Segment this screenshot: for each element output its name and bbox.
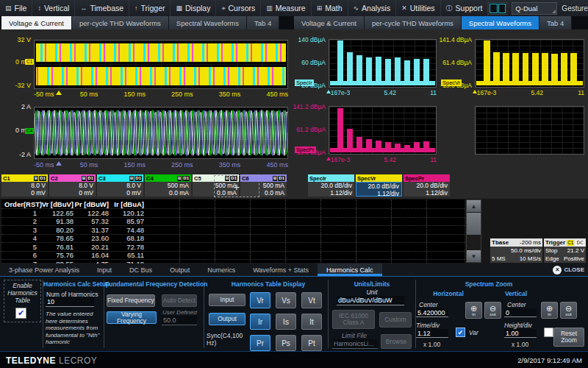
channel-marker-c4[interactable]: C4 — [25, 128, 34, 134]
num-harmonics-field[interactable]: 10 — [46, 297, 94, 307]
menu-item-measure[interactable]: ▥Measure — [261, 0, 311, 16]
spec-box-specvr[interactable]: SpecVr20.0 dB/div1.12/div — [356, 174, 402, 197]
dialog-tab-harmonics-calc[interactable]: Harmonics Calc — [318, 263, 382, 276]
display-button-vt[interactable]: Vt — [301, 292, 322, 308]
custom-button[interactable]: Custom — [379, 312, 412, 328]
table-scrollbar[interactable]: ▲ ▼ — [466, 199, 481, 263]
voltage-waveform-grid[interactable] — [34, 40, 288, 89]
dialog-tab-dc-bus[interactable]: DC Bus — [121, 263, 161, 276]
channel-box-c4[interactable]: C4BD1500 mA0.0 mA — [145, 174, 191, 197]
iec-class-a-button[interactable]: IEC 61000 Class A — [332, 310, 375, 329]
h-center-field[interactable]: 5.420000 — [416, 308, 448, 317]
tab-tab-4[interactable]: Tab 4 — [247, 16, 279, 29]
v-scale-field[interactable]: 1.00 — [504, 329, 537, 338]
dialog-close-button[interactable]: ✕CLOSE — [553, 263, 588, 276]
dialog-tab-numerics[interactable]: Numerics — [198, 263, 244, 276]
v-zoom-out-button[interactable]: ⊖ out — [560, 302, 577, 319]
menu-item-analysis[interactable]: ∿Analysis — [348, 0, 397, 16]
trigger-coupling-badge: DC — [576, 240, 584, 246]
channel-box-c1[interactable]: C1BD18.0 V0 mV — [1, 174, 48, 197]
wf1-trigger-marker[interactable] — [56, 91, 62, 95]
grid-mode-select[interactable]: Q-Dual — [512, 2, 557, 15]
specpr-spectrum-grid[interactable] — [329, 106, 437, 155]
menu-item-math[interactable]: ⊞Math — [312, 0, 348, 16]
display-button-it[interactable]: It — [301, 314, 322, 330]
display-button-vr[interactable]: Vr — [250, 292, 270, 308]
tab-per-cycle-thd-waveforms[interactable]: per-cycle THD Waveforms — [72, 16, 169, 29]
display-button-pt[interactable]: Pt — [301, 335, 322, 351]
reset-zoom-button[interactable]: Reset Zoom — [553, 328, 584, 347]
wf2-trigger-marker[interactable] — [56, 161, 62, 166]
trigger-box[interactable]: Trigger C1 DC Stop 21.2 V Edge Positive — [544, 238, 586, 263]
specvr-badge[interactable]: SpecVr — [441, 79, 462, 86]
varying-frequency-button[interactable]: Varying Frequency — [107, 311, 157, 324]
h-zoom-in-button[interactable]: ⊕ in — [465, 302, 482, 319]
display-button-vs[interactable]: Vs — [276, 292, 296, 308]
status-bar: TELEDYNELECROY 2/9/2017 9:12:49 AM — [0, 351, 588, 368]
h-scale-field[interactable]: 1.12 — [416, 329, 448, 338]
specir-marker[interactable] — [326, 90, 331, 93]
menu-item-utilities[interactable]: ✕Utilities — [396, 0, 440, 16]
channel-box-c2[interactable]: C2BD18.0 V0 mV — [49, 174, 96, 197]
dialog-tab-input[interactable]: Input — [88, 263, 121, 276]
unit-select[interactable]: dBuA/dBuV/dBuW — [337, 296, 404, 305]
spec-box-specir[interactable]: SpecIr20.0 dB/div1.12/div — [308, 174, 354, 197]
spectrum-bar — [423, 59, 430, 85]
display-button-pr[interactable]: Pr — [250, 335, 270, 351]
tab-per-cycle-thd-waveforms[interactable]: per-cycle THD Waveforms — [365, 16, 462, 29]
display-button-is[interactable]: Is — [276, 314, 296, 330]
specpr-marker[interactable] — [326, 157, 331, 160]
limit-file-field[interactable]: HarmonicsLi... — [332, 339, 378, 349]
display-button-ir[interactable]: Ir — [250, 314, 270, 330]
scroll-down-button[interactable]: ▼ — [467, 250, 481, 262]
v-var-checkbox[interactable] — [544, 328, 553, 337]
user-defined-field[interactable]: 50.0 — [162, 316, 197, 325]
dialog-tab-waveforms-stats[interactable]: Waveforms + Stats — [244, 263, 318, 276]
menu-item-file[interactable]: ▤File — [0, 0, 32, 16]
spec-box-specpr[interactable]: SpecPr20.0 dB/div1.12/div — [404, 174, 450, 197]
tab-voltage-current[interactable]: Voltage & Current — [294, 16, 365, 29]
h-zoom-out-button[interactable]: ⊖ out — [484, 302, 501, 319]
scroll-up-button[interactable]: ▲ — [467, 200, 481, 212]
column-header: Ir [dBuA] — [109, 200, 144, 208]
specir-badge[interactable]: SpecIr — [295, 79, 314, 86]
specir-spectrum-grid[interactable] — [329, 39, 437, 88]
tab-voltage-current[interactable]: Voltage & Current — [1, 16, 72, 29]
menu-item-display[interactable]: ▦Display — [171, 0, 216, 16]
channel-marker-c1[interactable]: C1 — [25, 59, 34, 65]
enable-harmonics-checkbox[interactable]: ✔ — [15, 308, 26, 319]
menu-item-timebase[interactable]: ↔Timebase — [75, 0, 129, 16]
dialog-tab-3-phase-power-analysis[interactable]: 3-phase Power Analysis — [0, 263, 88, 276]
dialog-tab-output[interactable]: Output — [161, 263, 198, 276]
v-zoom-in-button[interactable]: ⊕ in — [541, 302, 558, 319]
display-mode-icon[interactable] — [488, 2, 507, 15]
input-button[interactable]: Input — [209, 294, 245, 306]
current-waveform-grid[interactable] — [34, 107, 288, 159]
specvr-marker[interactable] — [473, 90, 477, 93]
browse-button[interactable]: Browse — [381, 334, 412, 349]
h-var-label: Var — [469, 329, 478, 336]
add-trace-button[interactable]: + — [214, 175, 259, 197]
table-cell: 4 — [1, 234, 38, 242]
badge-b: B — [34, 176, 38, 181]
timebase-box[interactable]: Tbase -200 ms 50.0 ms/div 5 MS 10 MS/s — [490, 238, 542, 263]
h-var-checkbox[interactable]: ✔ — [456, 328, 465, 337]
v-center-field[interactable]: 0 — [504, 308, 537, 317]
zoom-out-icon: ⊖ — [490, 305, 496, 312]
menu-item-trigger[interactable]: ↑Trigger — [129, 0, 171, 16]
tab-spectral-waveforms[interactable]: Spectral Waveforms — [462, 16, 539, 29]
output-button[interactable]: Output — [209, 313, 245, 325]
tab-spectral-waveforms[interactable]: Spectral Waveforms — [169, 16, 247, 29]
menu-item-vertical[interactable]: ↕Vertical — [32, 0, 75, 16]
menu-item-cursors[interactable]: ⌖Cursors — [216, 0, 261, 16]
display-button-ps[interactable]: Ps — [276, 335, 296, 351]
specpr-badge[interactable]: SpecPr — [295, 146, 316, 153]
fixed-frequency-button[interactable]: Fixed Frequency — [107, 294, 155, 307]
channel-box-c3[interactable]: C3BD18.0 V0 mV — [97, 174, 143, 197]
tab-tab-4[interactable]: Tab 4 — [539, 16, 572, 29]
empty-spectrum-grid[interactable] — [475, 106, 584, 155]
specvr-spectrum-grid[interactable] — [475, 39, 584, 88]
menu-item-support[interactable]: ⓘSupport — [441, 0, 489, 16]
auto-detect-button[interactable]: Auto Detect — [162, 294, 197, 307]
scroll-thumb[interactable] — [467, 213, 481, 235]
